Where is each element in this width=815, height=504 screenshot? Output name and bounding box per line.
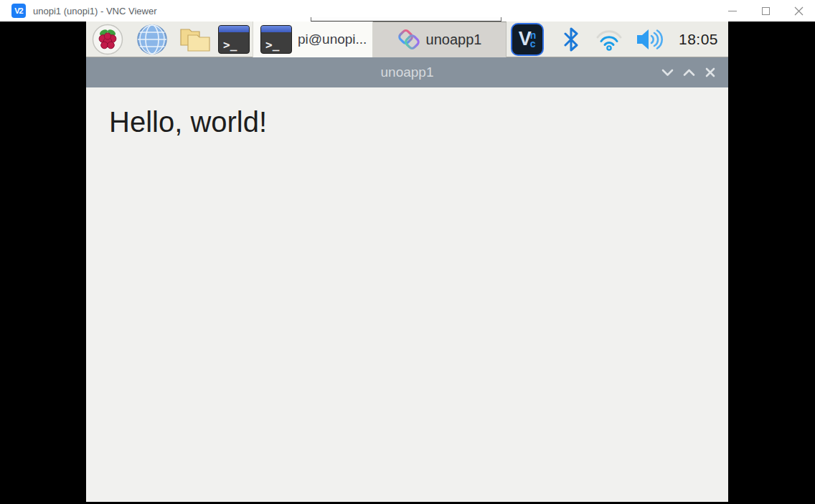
- task-label: pi@unopi...: [298, 32, 367, 47]
- terminal-launcher-button[interactable]: >_: [218, 24, 250, 55]
- app-window-titlebar[interactable]: unoapp1: [86, 57, 728, 87]
- app-window-title: unoapp1: [381, 65, 434, 80]
- uno-platform-icon: [397, 28, 420, 51]
- app-close-button[interactable]: [699, 57, 721, 87]
- greeting-text: Hello, world!: [109, 106, 728, 138]
- vnc-viewer-window-title: unopi1 (unopi1) - VNC Viewer: [33, 6, 156, 16]
- web-browser-button[interactable]: [136, 24, 168, 55]
- task-button-unoapp1[interactable]: unoapp1: [373, 22, 507, 57]
- volume-icon[interactable]: [636, 27, 664, 52]
- menu-button[interactable]: [92, 24, 123, 55]
- clock[interactable]: 18:05: [679, 31, 718, 48]
- bluetooth-icon[interactable]: [562, 27, 580, 52]
- close-icon: [705, 67, 715, 77]
- minimize-chevron-down-icon: [661, 68, 674, 77]
- web-browser-icon: [136, 24, 168, 55]
- taskbar: >_ >_ pi@unopi...: [86, 22, 728, 57]
- terminal-icon: >_: [260, 25, 292, 54]
- vnc-server-icon[interactable]: V n c: [511, 23, 544, 56]
- task-button-terminal[interactable]: >_ pi@unopi...: [253, 22, 373, 57]
- vnc-viewer-logo-icon: V2: [11, 4, 26, 18]
- app-minimize-button[interactable]: [656, 57, 678, 87]
- file-manager-button[interactable]: [178, 24, 212, 55]
- file-manager-icon: [178, 24, 212, 55]
- app-maximize-button[interactable]: [678, 57, 699, 87]
- minimize-icon: [728, 11, 737, 11]
- raspberry-menu-icon: [92, 24, 123, 55]
- close-button[interactable]: [782, 0, 815, 22]
- task-label: unoapp1: [426, 32, 482, 48]
- close-icon: [794, 6, 804, 16]
- wifi-icon[interactable]: [595, 28, 623, 51]
- terminal-icon: >_: [218, 25, 250, 54]
- minimize-button[interactable]: [716, 0, 749, 22]
- maximize-chevron-up-icon: [683, 68, 695, 77]
- maximize-icon: [762, 7, 770, 15]
- remote-desktop-viewport: >_ >_ pi@unopi...: [86, 22, 728, 502]
- app-window-content: Hello, world!: [86, 87, 728, 502]
- maximize-button[interactable]: [749, 0, 782, 22]
- system-tray: V n c 18:05: [507, 23, 718, 56]
